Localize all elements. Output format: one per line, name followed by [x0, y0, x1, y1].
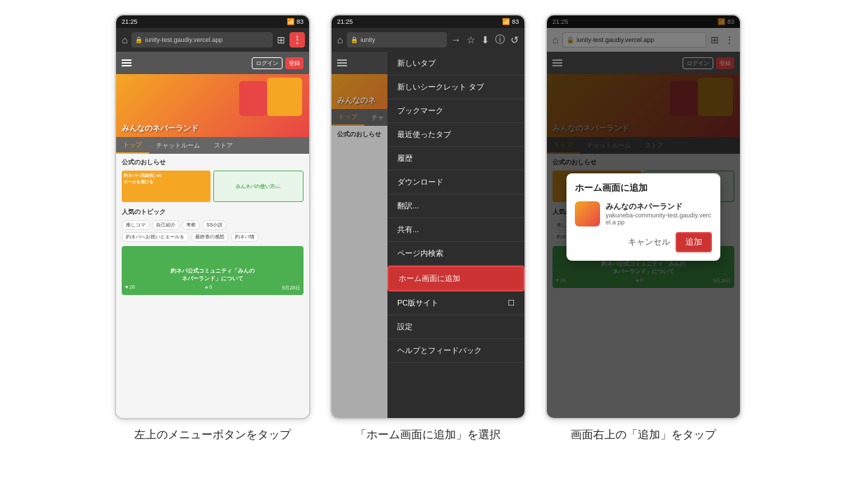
char-img-1: [267, 78, 302, 116]
url-text-2: iunity: [360, 36, 375, 43]
tag-6[interactable]: 最終巻の感想: [191, 232, 229, 242]
menu-item-share[interactable]: 共有...: [387, 218, 525, 242]
menu-item-settings[interactable]: 設定: [387, 315, 525, 339]
menu-item-find[interactable]: ページ内検索: [387, 242, 525, 266]
caption-2: 「ホーム画面に追加」を選択: [355, 428, 501, 442]
post-likes-1: ♥ 26: [125, 285, 135, 291]
url-box-1[interactable]: 🔒 iunity-test.gaudiy.vercel.app: [131, 32, 273, 48]
phone-2: 21:25 📶 83 ⌂ 🔒 iunity → ☆ ⬇ ⓘ ↺: [330, 14, 526, 419]
screenshot-3-wrapper: 21:25 📶 83 ⌂ 🔒 iunity-test.gaudiy.vercel…: [545, 14, 741, 442]
status-bar-2: 21:25 📶 83: [331, 15, 525, 28]
hero-title-1: みんなのネバーランド: [122, 123, 199, 134]
caption-1: 左上のメニューボタンをタップ: [134, 428, 291, 442]
info-icon[interactable]: ⓘ: [494, 34, 506, 46]
app-icon: [575, 201, 600, 226]
hero-chars-1: [215, 74, 306, 137]
refresh-icon[interactable]: ↺: [509, 34, 520, 45]
post-title-1: 約ネバ公式コミュニティ「みんのネバーランド」について: [125, 267, 300, 282]
dialog-overlay: ホーム画面に追加 みんなのネバーランド yakuneba-community-t…: [547, 15, 740, 418]
popular-title-1: 人気のトピック: [122, 208, 304, 217]
dialog-app-info: みんなのネバーランド yakuneba-community-test.gaudi…: [575, 201, 712, 226]
status-icons-1: 📶 83: [287, 18, 304, 25]
lock-icon-2: 🔒: [350, 36, 358, 43]
menu-item-new-tab[interactable]: 新しいタブ: [387, 52, 525, 75]
site-header-1: ログイン 登録: [116, 52, 309, 74]
post-meta-1: ♥ 26 ● 0 9月28日: [125, 285, 300, 291]
app-url: yakuneba-community-test.gaudiy.vercel.a …: [606, 212, 712, 226]
hero-1: みんなのネバーランド: [116, 74, 309, 137]
tag-row-2: 約ネバへお祝いとエールを 最終巻の感想 約ネバ情: [122, 232, 304, 242]
tag-row-1: 推しコマ 自己紹介 考察 SS小説: [122, 220, 304, 230]
screenshot-2-wrapper: 21:25 📶 83 ⌂ 🔒 iunity → ☆ ⬇ ⓘ ↺: [330, 14, 526, 442]
tag-1[interactable]: 推しコマ: [122, 220, 150, 230]
auth-buttons-1: ログイン 登録: [252, 57, 304, 69]
dropdown-overlay: 新しいタブ 新しいシークレット タブ ブックマーク 最近使ったタブ 履歴 ダウン…: [331, 52, 525, 418]
dialog-add-button[interactable]: 追加: [676, 232, 712, 252]
download-icon[interactable]: ⬇: [480, 34, 491, 45]
content-1: 公式のおしらせ 約ネバへ完結祝いのエールを届ける みんネバの使い方📖 人気のトピ…: [116, 154, 309, 418]
screenshot-1-wrapper: 21:25 📶 83 ⌂ 🔒 iunity-test.gaudiy.vercel…: [115, 14, 311, 442]
star-icon[interactable]: ☆: [465, 34, 477, 45]
menu-item-downloads[interactable]: ダウンロード: [387, 171, 525, 194]
tab-icon-1[interactable]: ⊞: [276, 34, 287, 45]
char-img-2: [239, 81, 267, 116]
dropdown-menu: 新しいタブ 新しいシークレット タブ ブックマーク 最近使ったタブ 履歴 ダウン…: [387, 52, 525, 418]
hamburger-1[interactable]: [122, 59, 131, 66]
caption-3: 画面右上の「追加」をタップ: [571, 428, 716, 442]
nav-tab-chat-1[interactable]: チャットルーム: [149, 137, 207, 154]
screenshots-container: 21:25 📶 83 ⌂ 🔒 iunity-test.gaudiy.vercel…: [115, 14, 741, 442]
app-info-text: みんなのネバーランド yakuneba-community-test.gaudi…: [606, 201, 712, 226]
time-1: 21:25: [122, 18, 138, 25]
phone-3: 21:25 📶 83 ⌂ 🔒 iunity-test.gaudiy.vercel…: [545, 14, 741, 419]
time-2: 21:25: [337, 18, 353, 25]
browser-bar-2: ⌂ 🔒 iunity → ☆ ⬇ ⓘ ↺: [331, 28, 525, 52]
dialog-cancel-button[interactable]: キャンセル: [628, 232, 670, 252]
announce-card-2: みんネバの使い方📖: [213, 171, 304, 202]
phone-1: 21:25 📶 83 ⌂ 🔒 iunity-test.gaudiy.vercel…: [115, 14, 311, 419]
menu-item-recent-tabs[interactable]: 最近使ったタブ: [387, 123, 525, 147]
announce-card-1: 約ネバへ完結祝いのエールを届ける: [122, 171, 211, 202]
menu-item-bookmarks[interactable]: ブックマーク: [387, 99, 525, 123]
three-dots-menu-1[interactable]: ⋮: [290, 32, 305, 48]
menu-item-desktop-site[interactable]: PC版サイト ☐: [387, 291, 525, 315]
status-bar-1: 21:25 📶 83: [116, 15, 309, 28]
tag-3[interactable]: 考察: [182, 220, 200, 230]
url-text-1: iunity-test.gaudiy.vercel.app: [145, 36, 222, 43]
status-icons-2: 📶 83: [502, 18, 519, 25]
post-date-1: 9月28日: [282, 285, 300, 291]
menu-item-add-home[interactable]: ホーム画面に追加: [387, 266, 525, 291]
tag-2[interactable]: 自己紹介: [152, 220, 180, 230]
nav-tab-store-1[interactable]: ストア: [207, 137, 240, 154]
popular-section-1: 人気のトピック 推しコマ 自己紹介 考察 SS小説 約ネバへお祝いとエールを 最…: [122, 208, 304, 242]
menu-item-history[interactable]: 履歴: [387, 147, 525, 171]
dialog-title: ホーム画面に追加: [575, 182, 712, 194]
announcements-1: 約ネバへ完結祝いのエールを届ける みんネバの使い方📖: [122, 171, 304, 202]
menu-item-help[interactable]: ヘルプとフィードバック: [387, 339, 525, 363]
home-icon-2[interactable]: ⌂: [336, 34, 344, 45]
dropdown-left-blur: [331, 52, 387, 418]
nav-tab-top-1[interactable]: トップ: [116, 137, 149, 154]
post-card-1[interactable]: 約ネバ公式コミュニティ「みんのネバーランド」について ♥ 26 ● 0 9月28…: [122, 246, 304, 295]
dialog-buttons: キャンセル 追加: [575, 232, 712, 252]
section-title-1: 公式のおしらせ: [122, 158, 304, 167]
tag-7[interactable]: 約ネバ情: [231, 232, 259, 242]
tag-4[interactable]: SS小説: [202, 220, 227, 230]
app-name: みんなのネバーランド: [606, 201, 712, 212]
tag-5[interactable]: 約ネバへお祝いとエールを: [122, 232, 189, 242]
register-button-1[interactable]: 登録: [285, 57, 304, 69]
post-comments-1: ● 0: [205, 285, 212, 291]
login-button-1[interactable]: ログイン: [252, 57, 283, 69]
home-icon-1[interactable]: ⌂: [120, 34, 129, 45]
browser-bar-1: ⌂ 🔒 iunity-test.gaudiy.vercel.app ⊞ ⋮: [116, 28, 309, 52]
forward-icon[interactable]: →: [450, 34, 462, 45]
url-box-2[interactable]: 🔒 iunity: [347, 32, 447, 48]
add-to-home-dialog: ホーム画面に追加 みんなのネバーランド yakuneba-community-t…: [566, 173, 720, 261]
lock-icon-1: 🔒: [135, 36, 143, 43]
menu-item-translate[interactable]: 翻訳...: [387, 194, 525, 218]
site-nav-1: トップ チャットルーム ストア: [116, 137, 309, 154]
menu-item-incognito[interactable]: 新しいシークレット タブ: [387, 75, 525, 99]
